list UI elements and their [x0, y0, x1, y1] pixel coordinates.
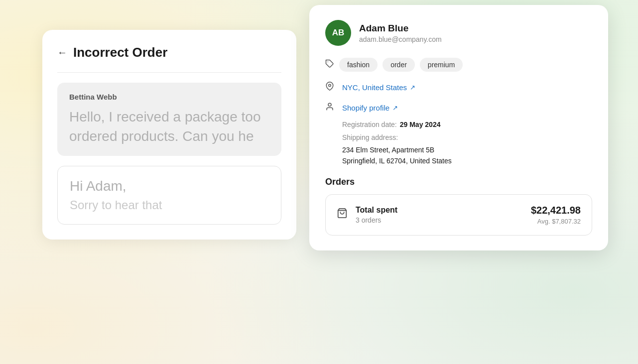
registration-label: Registration date: — [342, 121, 397, 128]
customer-name: Adam Blue — [359, 23, 442, 34]
orders-label: Total spent — [356, 206, 523, 215]
tags-row: fashion order premium — [325, 58, 592, 72]
shopify-external-icon: ↗ — [392, 104, 398, 112]
registration-date: 29 May 2024 — [400, 121, 441, 128]
message-preview: Hello, I received a package too ordered … — [69, 107, 269, 146]
address-line1: 234 Elm Street, Apartment 5B — [342, 144, 592, 155]
reply-body: Sorry to hear that — [70, 198, 269, 212]
customer-panel: AB Adam Blue adam.blue@company.com fashi… — [309, 5, 608, 250]
svg-point-1 — [329, 84, 331, 87]
tag-premium[interactable]: premium — [420, 58, 463, 72]
address-line2: Springfield, IL 62704, United States — [342, 155, 592, 166]
page-title: Incorrect Order — [73, 45, 167, 60]
location-row: NYC, United States ↗ — [325, 82, 592, 93]
location-text: NYC, United States — [342, 83, 407, 92]
external-link-icon: ↗ — [410, 84, 415, 91]
orders-info: Total spent 3 orders — [356, 206, 523, 224]
orders-card[interactable]: Total spent 3 orders $22,421.98 Avg. $7,… — [325, 194, 592, 236]
profile-section: Shopify profile ↗ Registration date: 29 … — [325, 102, 592, 167]
location-link[interactable]: NYC, United States ↗ — [342, 83, 415, 92]
orders-title: Orders — [325, 177, 592, 187]
customer-header: AB Adam Blue adam.blue@company.com — [325, 20, 592, 46]
orders-amount: $22,421.98 Avg. $7,807.32 — [531, 205, 581, 225]
shopify-profile-link[interactable]: Shopify profile ↗ — [342, 104, 398, 112]
shipping-label: Shipping address: — [342, 133, 592, 141]
back-arrow-icon[interactable]: ← — [57, 47, 67, 58]
profile-link-row: Shopify profile ↗ — [325, 102, 592, 114]
avatar: AB — [325, 20, 351, 46]
svg-point-2 — [328, 103, 331, 106]
tag-icon — [325, 59, 334, 71]
divider — [57, 72, 281, 73]
reply-card: Hi Adam, Sorry to hear that — [57, 166, 281, 225]
location-icon — [325, 82, 336, 93]
tag-fashion[interactable]: fashion — [339, 58, 378, 72]
cart-icon — [337, 208, 348, 222]
address-block: Shipping address: 234 Elm Street, Apartm… — [342, 133, 592, 167]
profile-details: Registration date: 29 May 2024 Shipping … — [325, 121, 592, 167]
conversation-panel: ← Incorrect Order Bettina Webb Hello, I … — [42, 30, 296, 240]
orders-count: 3 orders — [356, 216, 523, 224]
avg-amount: Avg. $7,807.32 — [531, 218, 581, 225]
orders-section: Orders Total spent 3 orders $22,421.98 A… — [325, 177, 592, 236]
shopify-profile-text: Shopify profile — [342, 104, 389, 112]
customer-info: Adam Blue adam.blue@company.com — [359, 23, 442, 43]
message-card: Bettina Webb Hello, I received a package… — [57, 83, 281, 156]
person-icon — [325, 102, 336, 114]
tag-order[interactable]: order — [383, 58, 415, 72]
message-sender: Bettina Webb — [69, 93, 269, 101]
reply-greeting: Hi Adam, — [70, 178, 269, 194]
registration-row: Registration date: 29 May 2024 — [342, 121, 592, 128]
total-amount: $22,421.98 — [531, 205, 581, 216]
back-header: ← Incorrect Order — [57, 45, 281, 60]
customer-email: adam.blue@company.com — [359, 35, 442, 43]
